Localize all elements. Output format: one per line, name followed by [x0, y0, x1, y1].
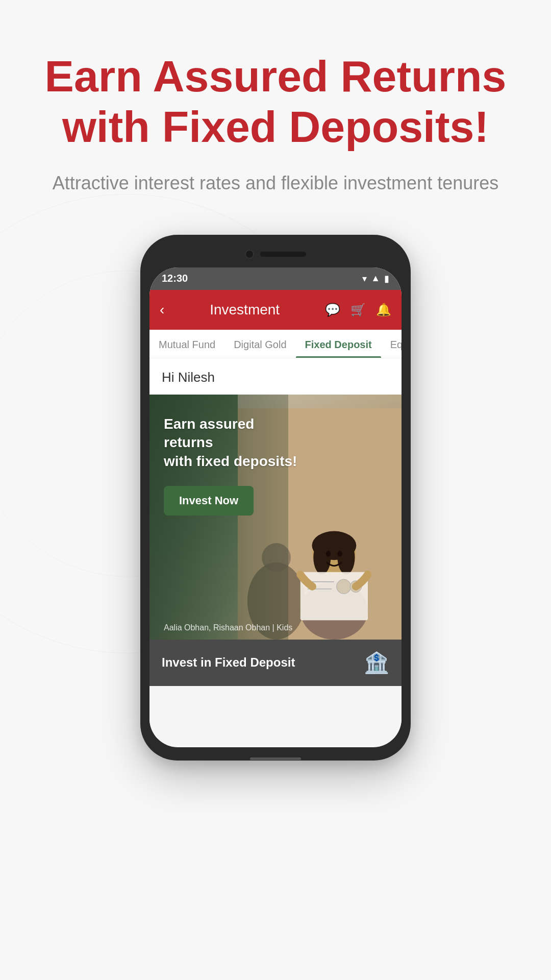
banner-content: Earn assured returns with fixed deposits…	[164, 415, 307, 516]
app-header-title: Investment	[174, 302, 315, 318]
phone-device: 12:30 ▾ ▲ ▮ ‹ Investment 💬 🛒 🔔	[140, 235, 411, 761]
phone-camera	[245, 250, 254, 259]
invest-now-button[interactable]: Invest Now	[164, 486, 254, 516]
phone-screen: 12:30 ▾ ▲ ▮ ‹ Investment 💬 🛒 🔔	[149, 267, 402, 747]
content-area: Hi Nilesh	[149, 358, 402, 747]
banner-text: Earn assured returns with fixed deposits…	[164, 415, 307, 471]
header-action-icons: 💬 🛒 🔔	[325, 303, 391, 317]
cart-icon[interactable]: 🛒	[350, 303, 366, 317]
banner-caption: Aalia Obhan, Rishaan Obhan | Kids	[164, 623, 292, 632]
banner-card: Earn assured returns with fixed deposits…	[149, 395, 402, 640]
svg-rect-10	[300, 572, 368, 620]
tab-equity[interactable]: Equity	[381, 330, 402, 358]
phone-bottom-bar	[149, 751, 402, 767]
svg-point-6	[313, 541, 331, 574]
piggy-bank-icon: 🏦	[364, 651, 389, 675]
tab-fixed-deposit[interactable]: Fixed Deposit	[296, 330, 381, 358]
tab-bar: Mutual Fund Digital Gold Fixed Deposit E…	[149, 330, 402, 358]
app-header: ‹ Investment 💬 🛒 🔔	[149, 290, 402, 330]
svg-point-13	[337, 579, 351, 594]
back-button[interactable]: ‹	[160, 302, 164, 318]
chat-icon[interactable]: 💬	[325, 303, 340, 317]
home-indicator	[250, 757, 301, 760]
wifi-icon: ▾	[362, 273, 367, 284]
bottom-invest-card[interactable]: Invest in Fixed Deposit 🏦	[149, 640, 402, 686]
header-section: Earn Assured Returns with Fixed Deposits…	[0, 0, 551, 225]
notification-icon[interactable]: 🔔	[376, 303, 391, 317]
status-bar: 12:30 ▾ ▲ ▮	[149, 267, 402, 290]
bottom-card-label: Invest in Fixed Deposit	[162, 655, 295, 670]
subtitle-text: Attractive interest rates and flexible i…	[41, 173, 510, 194]
status-icons: ▾ ▲ ▮	[362, 273, 389, 284]
phone-wrapper: 12:30 ▾ ▲ ▮ ‹ Investment 💬 🛒 🔔	[0, 225, 551, 761]
tab-digital-gold[interactable]: Digital Gold	[224, 330, 295, 358]
main-title: Earn Assured Returns with Fixed Deposits…	[41, 51, 510, 152]
battery-icon: ▮	[384, 273, 389, 284]
svg-point-9	[337, 551, 342, 556]
phone-speaker	[260, 252, 306, 257]
tab-mutual-fund[interactable]: Mutual Fund	[149, 330, 224, 358]
svg-point-7	[337, 541, 355, 574]
signal-icon: ▲	[371, 273, 380, 284]
phone-top-hardware	[149, 244, 402, 264]
svg-point-8	[326, 551, 331, 556]
status-time: 12:30	[162, 273, 188, 284]
greeting-text: Hi Nilesh	[149, 358, 402, 395]
